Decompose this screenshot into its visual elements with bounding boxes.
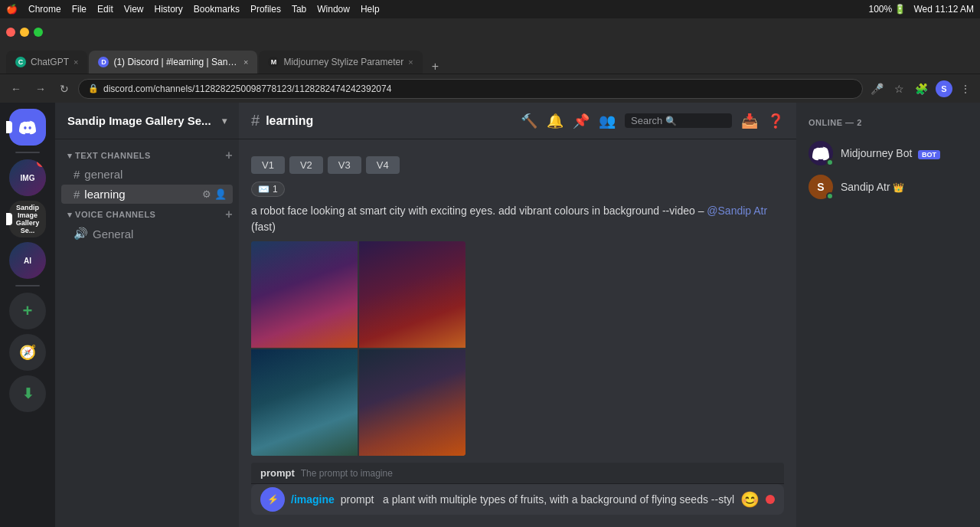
explore-button[interactable]: 🧭 [9, 334, 46, 371]
bookmark-star-icon[interactable]: ☆ [891, 80, 907, 98]
member-midjourney-bot[interactable]: Midjourney Bot BOT [802, 136, 974, 170]
text-channels-section[interactable]: ▾ TEXT CHANNELS + [55, 146, 239, 164]
address-bar[interactable]: 🔒 discord.com/channels/11282822500987781… [78, 79, 863, 99]
chat-header-icons: 🔨 🔔 📌 👥 Search 🔍 📥 ❓ [521, 113, 784, 129]
voice-channels-section[interactable]: ▾ VOICE CHANNELS + [55, 205, 239, 223]
pin-icon[interactable]: 📌 [573, 113, 590, 129]
tab-discord-close[interactable]: × [243, 57, 248, 67]
app-name[interactable]: Chrome [28, 4, 61, 15]
new-tab-button[interactable]: + [427, 60, 443, 74]
svg-rect-19 [259, 411, 273, 453]
channel-settings-icon[interactable]: 👤 [214, 188, 227, 200]
svg-line-28 [324, 380, 347, 395]
maximize-window-button[interactable] [34, 28, 43, 37]
speaker-icon-general: 🔊 [74, 227, 88, 241]
datetime: Wed 11:12 AM [914, 4, 975, 15]
refresh-button[interactable]: ↻ [55, 80, 74, 98]
menu-file[interactable]: File [72, 4, 87, 15]
window-controls [6, 28, 43, 37]
apple-menu[interactable]: 🍎 [6, 4, 18, 15]
v1-button-1[interactable]: V1 [251, 156, 285, 174]
mention: @Sandip Atr [707, 205, 767, 217]
v3-button-1[interactable]: V3 [328, 156, 361, 174]
sandip-status [826, 192, 834, 200]
minimize-window-button[interactable] [20, 28, 29, 37]
channel-general-name: general [84, 168, 227, 181]
microphone-icon[interactable]: 🎤 [867, 80, 887, 98]
tab-midjourney-close[interactable]: × [408, 57, 413, 67]
search-icon: 🔍 [665, 116, 677, 126]
tab-discord[interactable]: D (1) Discord | #learning | Sandi… × [89, 51, 257, 74]
tab-chatgpt-close[interactable]: × [74, 57, 78, 67]
menu-edit[interactable]: Edit [97, 4, 113, 15]
menu-window[interactable]: Window [317, 4, 350, 15]
channel-general-voice-name: General [93, 227, 227, 241]
chat-area: # learning 🔨 🔔 📌 👥 Search 🔍 📥 ❓ V1 [239, 103, 796, 527]
help-icon[interactable]: ❓ [767, 113, 784, 129]
emoji-button[interactable]: 😊 [740, 490, 760, 509]
menu-tab[interactable]: Tab [292, 4, 306, 15]
svg-line-27 [263, 384, 286, 395]
avatar-letter: ⚡ [267, 494, 279, 505]
image-grid[interactable] [251, 241, 466, 456]
discord-home-icon[interactable] [9, 109, 46, 146]
v2-button-1[interactable]: V2 [289, 156, 323, 174]
tab-discord-favicon: D [98, 57, 109, 67]
chat-input-wrapper: ⚡ /imagine 😊 [251, 484, 784, 515]
svg-rect-0 [255, 245, 354, 345]
svg-rect-4 [339, 283, 354, 345]
svg-line-11 [309, 268, 332, 283]
channel-manage-icon[interactable]: ⚙ [202, 188, 211, 200]
battery: 100% 🔋 [868, 4, 906, 15]
menu-history[interactable]: History [155, 4, 183, 15]
forward-button[interactable]: → [31, 80, 51, 98]
hammer-icon[interactable]: 🔨 [521, 113, 537, 129]
svg-point-21 [280, 370, 329, 428]
svg-point-37 [410, 356, 416, 362]
image-q1 [251, 241, 358, 348]
v4-button-1[interactable]: V4 [366, 156, 400, 174]
download-button[interactable]: ⬇ [9, 375, 46, 412]
add-voice-channel-button[interactable]: + [225, 208, 233, 221]
chat-messages[interactable]: V1 V2 V3 V4 ✉️ 1 a robot face looking at… [239, 139, 796, 457]
search-box[interactable]: Search 🔍 [625, 113, 732, 128]
extensions-icon[interactable]: 🧩 [912, 80, 931, 98]
member-sandip-atr[interactable]: S Sandip Atr 👑 [802, 170, 974, 204]
reaction-1[interactable]: ✉️ 1 [251, 178, 784, 200]
server-sidebar: Sandip Image Gallery Se... ▾ ▾ TEXT CHAN… [55, 103, 239, 527]
midjourney-name: Midjourney Bot [841, 147, 912, 159]
back-button[interactable]: ← [6, 80, 26, 98]
add-server-button[interactable]: + [9, 293, 46, 329]
tabs-bar: C ChatGPT × D (1) Discord | #learning | … [0, 46, 980, 74]
close-window-button[interactable] [6, 28, 15, 37]
add-text-channel-button[interactable]: + [225, 149, 233, 162]
server-avatar-1[interactable]: IMG 1 [9, 159, 46, 196]
bell-icon[interactable]: 🔔 [547, 113, 564, 129]
tab-midjourney[interactable]: M Midjourney Stylize Parameter × [259, 51, 422, 74]
chat-input-field[interactable] [341, 484, 734, 515]
inbox-icon[interactable]: 📥 [741, 113, 758, 129]
more-options-icon[interactable]: ⋮ [957, 80, 974, 98]
message-text: a robot face looking at smart city with … [251, 203, 784, 235]
url-text: discord.com/channels/1128282250098778123… [103, 83, 391, 94]
svg-point-16 [405, 274, 420, 290]
channel-general-voice[interactable]: 🔊 General [61, 224, 233, 244]
menu-view[interactable]: View [124, 4, 144, 15]
members-icon[interactable]: 👥 [599, 113, 616, 129]
menu-bookmarks[interactable]: Bookmarks [194, 4, 240, 15]
profile-icon[interactable]: S [936, 80, 952, 97]
channel-general[interactable]: # general [61, 165, 233, 184]
record-button[interactable] [766, 495, 775, 504]
crown-icon: 👑 [893, 182, 904, 193]
channel-learning[interactable]: # learning ⚙ 👤 [61, 185, 233, 204]
server-avatar-2[interactable]: AI [9, 242, 46, 279]
server-header-chevron-icon: ▾ [222, 116, 227, 126]
svg-point-24 [292, 389, 299, 397]
menu-help[interactable]: Help [361, 4, 380, 15]
menu-profiles[interactable]: Profiles [250, 4, 281, 15]
tab-chatgpt[interactable]: C ChatGPT × [6, 51, 87, 74]
server-header[interactable]: Sandip Image Gallery Se... ▾ [55, 103, 239, 139]
server-sigs[interactable]: Sandip Image Gallery Se... [9, 201, 46, 237]
message-area: V1 V2 V3 V4 ✉️ 1 a robot face looking at… [251, 146, 784, 457]
rail-divider-1 [15, 152, 40, 153]
